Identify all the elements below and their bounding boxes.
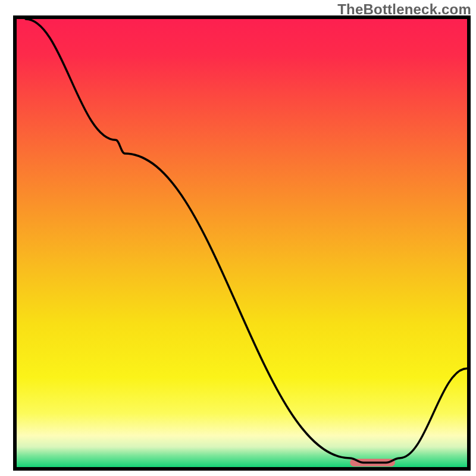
chart-container: TheBottleneck.com — [0, 0, 476, 476]
watermark-text: TheBottleneck.com — [337, 1, 471, 18]
plot-background — [17, 19, 467, 467]
chart-svg — [0, 0, 476, 476]
